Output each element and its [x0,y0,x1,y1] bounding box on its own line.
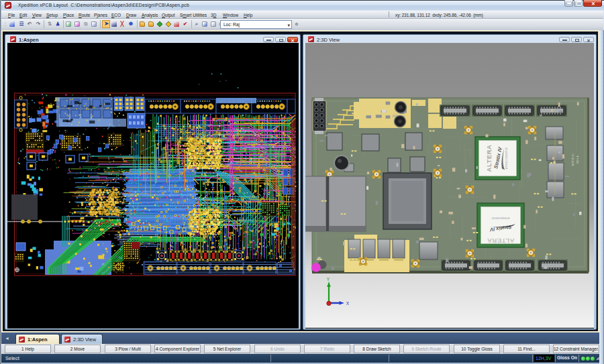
svg-text:ALTERA: ALTERA [485,145,493,172]
svg-text:ASP3D-01: ASP3D-01 [571,153,574,166]
svg-text:REV-A: REV-A [576,156,579,164]
svg-text:EP4SE530F43: EP4SE530F43 [491,217,509,220]
svg-text:ALTERA: ALTERA [487,237,515,245]
svg-text:Y: Y [327,277,330,282]
svg-text:EP4SGX230KF40: EP4SGX230KF40 [505,147,508,169]
svg-text:X: X [346,301,350,306]
